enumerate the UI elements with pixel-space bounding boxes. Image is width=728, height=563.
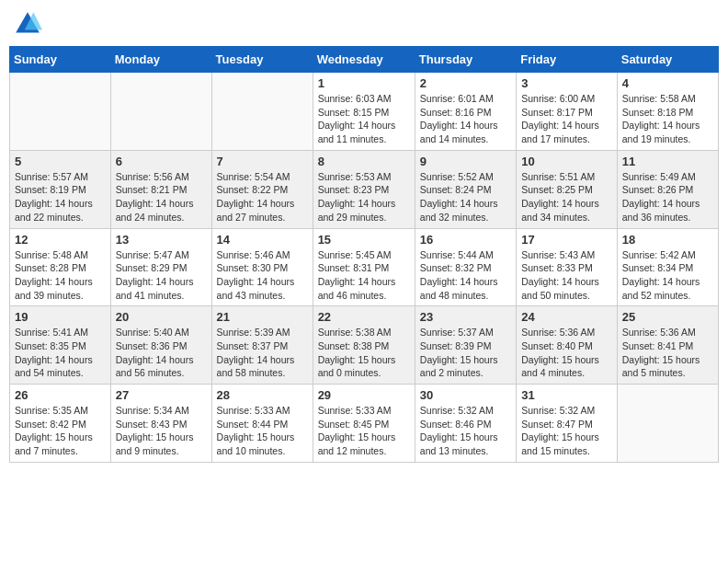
calendar-cell: 13Sunrise: 5:47 AM Sunset: 8:29 PM Dayli… [110,228,211,306]
day-info: Sunrise: 5:32 AM Sunset: 8:47 PM Dayligh… [521,404,612,458]
day-info: Sunrise: 5:56 AM Sunset: 8:21 PM Dayligh… [116,170,207,224]
calendar-cell [211,73,313,151]
calendar-cell: 30Sunrise: 5:32 AM Sunset: 8:46 PM Dayli… [415,385,516,463]
day-number: 28 [217,388,308,402]
calendar-cell: 29Sunrise: 5:33 AM Sunset: 8:45 PM Dayli… [313,385,415,463]
calendar-header-row: SundayMondayTuesdayWednesdayThursdayFrid… [10,47,719,73]
day-number: 10 [521,155,612,168]
day-number: 15 [318,233,410,247]
day-info: Sunrise: 5:38 AM Sunset: 8:38 PM Dayligh… [318,326,410,380]
day-number: 21 [217,310,308,324]
weekday-header-wednesday: Wednesday [313,47,415,73]
calendar-cell: 23Sunrise: 5:37 AM Sunset: 8:39 PM Dayli… [415,306,516,385]
calendar-week-row: 26Sunrise: 5:35 AM Sunset: 8:42 PM Dayli… [10,385,719,463]
calendar-cell: 22Sunrise: 5:38 AM Sunset: 8:38 PM Dayli… [313,306,415,385]
calendar-cell: 6Sunrise: 5:56 AM Sunset: 8:21 PM Daylig… [110,150,211,228]
day-number: 23 [420,310,511,324]
calendar-cell: 19Sunrise: 5:41 AM Sunset: 8:35 PM Dayli… [10,306,111,385]
day-number: 25 [622,310,713,324]
day-info: Sunrise: 5:41 AM Sunset: 8:35 PM Dayligh… [15,326,106,380]
day-number: 27 [116,388,207,402]
calendar-cell [10,73,111,151]
day-info: Sunrise: 5:51 AM Sunset: 8:25 PM Dayligh… [521,170,612,224]
weekday-header-friday: Friday [517,47,618,73]
day-info: Sunrise: 5:46 AM Sunset: 8:30 PM Dayligh… [217,248,308,303]
day-number: 20 [116,310,207,324]
calendar-cell [110,73,211,151]
weekday-header-sunday: Sunday [10,47,111,73]
calendar-cell: 17Sunrise: 5:43 AM Sunset: 8:33 PM Dayli… [517,228,618,306]
day-info: Sunrise: 5:52 AM Sunset: 8:24 PM Dayligh… [420,170,511,224]
calendar-week-row: 12Sunrise: 5:48 AM Sunset: 8:28 PM Dayli… [10,228,719,306]
calendar-cell: 9Sunrise: 5:52 AM Sunset: 8:24 PM Daylig… [415,150,516,228]
calendar-cell: 4Sunrise: 5:58 AM Sunset: 8:18 PM Daylig… [617,73,718,151]
calendar-cell: 16Sunrise: 5:44 AM Sunset: 8:32 PM Dayli… [415,228,516,306]
calendar-week-row: 1Sunrise: 6:03 AM Sunset: 8:15 PM Daylig… [10,73,719,151]
calendar-table: SundayMondayTuesdayWednesdayThursdayFrid… [9,46,719,463]
calendar-week-row: 19Sunrise: 5:41 AM Sunset: 8:35 PM Dayli… [10,306,719,385]
day-number: 12 [15,233,106,247]
day-number: 13 [116,233,207,247]
day-number: 17 [521,233,612,247]
day-info: Sunrise: 6:01 AM Sunset: 8:16 PM Dayligh… [420,92,511,146]
calendar-cell: 1Sunrise: 6:03 AM Sunset: 8:15 PM Daylig… [313,73,415,151]
day-info: Sunrise: 5:44 AM Sunset: 8:32 PM Dayligh… [420,248,511,303]
calendar-cell: 18Sunrise: 5:42 AM Sunset: 8:34 PM Dayli… [617,228,718,306]
calendar-cell: 21Sunrise: 5:39 AM Sunset: 8:37 PM Dayli… [211,306,313,385]
day-number: 3 [521,76,612,90]
weekday-header-thursday: Thursday [415,47,516,73]
day-info: Sunrise: 5:42 AM Sunset: 8:34 PM Dayligh… [622,248,713,303]
day-info: Sunrise: 5:32 AM Sunset: 8:46 PM Dayligh… [420,404,511,458]
day-info: Sunrise: 5:33 AM Sunset: 8:44 PM Dayligh… [217,404,308,458]
page-header [9,9,719,39]
calendar-cell: 8Sunrise: 5:53 AM Sunset: 8:23 PM Daylig… [313,150,415,228]
calendar-cell: 12Sunrise: 5:48 AM Sunset: 8:28 PM Dayli… [10,228,111,306]
calendar-cell: 14Sunrise: 5:46 AM Sunset: 8:30 PM Dayli… [211,228,313,306]
day-number: 16 [420,233,511,247]
day-number: 18 [622,233,713,247]
calendar-cell: 25Sunrise: 5:36 AM Sunset: 8:41 PM Dayli… [617,306,718,385]
day-number: 2 [420,76,511,90]
day-number: 11 [622,155,713,168]
calendar-cell: 2Sunrise: 6:01 AM Sunset: 8:16 PM Daylig… [415,73,516,151]
day-info: Sunrise: 5:40 AM Sunset: 8:36 PM Dayligh… [116,326,207,380]
calendar-cell: 24Sunrise: 5:36 AM Sunset: 8:40 PM Dayli… [517,306,618,385]
day-info: Sunrise: 5:43 AM Sunset: 8:33 PM Dayligh… [521,248,612,303]
day-number: 22 [318,310,410,324]
day-info: Sunrise: 5:45 AM Sunset: 8:31 PM Dayligh… [318,248,410,303]
day-number: 31 [521,388,612,402]
day-number: 14 [217,233,308,247]
day-info: Sunrise: 5:47 AM Sunset: 8:29 PM Dayligh… [116,248,207,303]
day-number: 4 [622,76,713,90]
calendar-cell [617,385,718,463]
day-number: 19 [15,310,106,324]
day-info: Sunrise: 5:54 AM Sunset: 8:22 PM Dayligh… [217,170,308,224]
day-number: 26 [15,388,106,402]
day-number: 30 [420,388,511,402]
calendar-cell: 11Sunrise: 5:49 AM Sunset: 8:26 PM Dayli… [617,150,718,228]
calendar-cell: 26Sunrise: 5:35 AM Sunset: 8:42 PM Dayli… [10,385,111,463]
day-info: Sunrise: 6:03 AM Sunset: 8:15 PM Dayligh… [318,92,410,146]
calendar-cell: 20Sunrise: 5:40 AM Sunset: 8:36 PM Dayli… [110,306,211,385]
calendar-cell: 3Sunrise: 6:00 AM Sunset: 8:17 PM Daylig… [517,73,618,151]
calendar-cell: 31Sunrise: 5:32 AM Sunset: 8:47 PM Dayli… [517,385,618,463]
day-number: 8 [318,155,410,168]
calendar-cell: 27Sunrise: 5:34 AM Sunset: 8:43 PM Dayli… [110,385,211,463]
day-info: Sunrise: 5:33 AM Sunset: 8:45 PM Dayligh… [318,404,410,458]
day-number: 24 [521,310,612,324]
logo-icon [13,9,42,39]
calendar-cell: 10Sunrise: 5:51 AM Sunset: 8:25 PM Dayli… [517,150,618,228]
calendar-cell: 5Sunrise: 5:57 AM Sunset: 8:19 PM Daylig… [10,150,111,228]
weekday-header-tuesday: Tuesday [211,47,313,73]
day-info: Sunrise: 5:37 AM Sunset: 8:39 PM Dayligh… [420,326,511,380]
day-info: Sunrise: 5:48 AM Sunset: 8:28 PM Dayligh… [15,248,106,303]
day-info: Sunrise: 5:49 AM Sunset: 8:26 PM Dayligh… [622,170,713,224]
day-number: 29 [318,388,410,402]
day-info: Sunrise: 5:36 AM Sunset: 8:40 PM Dayligh… [521,326,612,380]
day-info: Sunrise: 5:53 AM Sunset: 8:23 PM Dayligh… [318,170,410,224]
day-number: 1 [318,76,410,90]
day-info: Sunrise: 5:35 AM Sunset: 8:42 PM Dayligh… [15,404,106,458]
day-info: Sunrise: 5:39 AM Sunset: 8:37 PM Dayligh… [217,326,308,380]
day-info: Sunrise: 5:57 AM Sunset: 8:19 PM Dayligh… [15,170,106,224]
calendar-cell: 28Sunrise: 5:33 AM Sunset: 8:44 PM Dayli… [211,385,313,463]
